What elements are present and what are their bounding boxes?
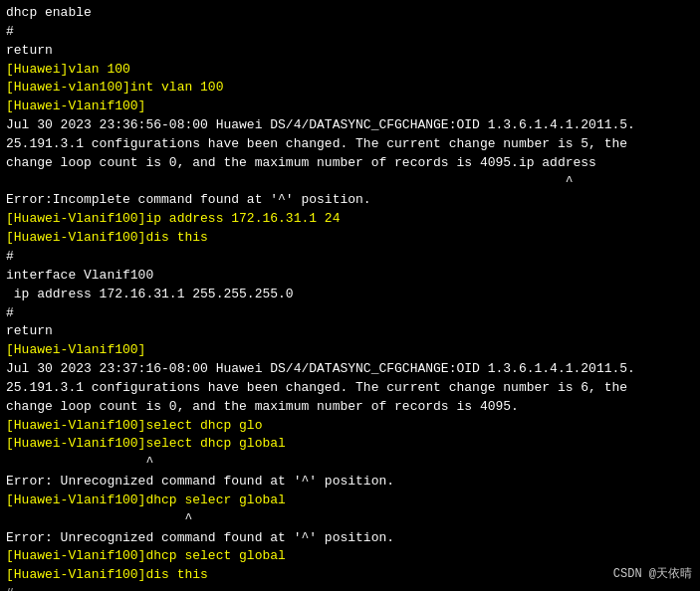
terminal-line: ^ bbox=[6, 173, 694, 192]
terminal-line: return bbox=[6, 42, 694, 61]
terminal-line: change loop count is 0, and the maximum … bbox=[6, 398, 694, 417]
terminal-line: ^ bbox=[6, 454, 694, 473]
terminal-line: [Huawei-Vlanif100]dis this bbox=[6, 229, 694, 248]
terminal-line: return bbox=[6, 322, 694, 341]
terminal-line: Error: Unrecognized command found at '^'… bbox=[6, 529, 694, 548]
terminal: dhcp enable#return[Huawei]vlan 100[Huawe… bbox=[0, 0, 700, 591]
terminal-line: dhcp enable bbox=[6, 4, 694, 23]
terminal-line: # bbox=[6, 304, 694, 323]
terminal-line: [Huawei-Vlanif100]dhcp selecr global bbox=[6, 492, 694, 510]
terminal-line: ^ bbox=[6, 510, 694, 529]
terminal-line: Error:Incomplete command found at '^' po… bbox=[6, 191, 694, 210]
terminal-line: Jul 30 2023 23:37:16-08:00 Huawei DS/4/D… bbox=[6, 360, 694, 379]
watermark: CSDN @天依晴 bbox=[613, 566, 692, 583]
terminal-line: [Huawei-Vlanif100] bbox=[6, 98, 694, 116]
terminal-line: [Huawei-Vlanif100]dis this bbox=[6, 566, 694, 585]
terminal-line: # bbox=[6, 23, 694, 42]
terminal-line: [Huawei-Vlanif100]select dhcp global bbox=[6, 435, 694, 454]
terminal-line: [Huawei-Vlanif100]dhcp select global bbox=[6, 547, 694, 566]
terminal-line: ip address 172.16.31.1 255.255.255.0 bbox=[6, 286, 694, 304]
terminal-line: Jul 30 2023 23:36:56-08:00 Huawei DS/4/D… bbox=[6, 116, 694, 135]
terminal-line: [Huawei-Vlanif100]ip address 172.16.31.1… bbox=[6, 210, 694, 229]
terminal-line: change loop count is 0, and the maximum … bbox=[6, 154, 694, 173]
terminal-line: # bbox=[6, 585, 694, 591]
terminal-line: [Huawei-Vlanif100]select dhcp glo bbox=[6, 417, 694, 436]
terminal-line: 25.191.3.1 configurations have been chan… bbox=[6, 135, 694, 154]
terminal-line: # bbox=[6, 248, 694, 267]
terminal-line: [Huawei-vlan100]int vlan 100 bbox=[6, 79, 694, 98]
terminal-line: [Huawei]vlan 100 bbox=[6, 61, 694, 80]
terminal-line: interface Vlanif100 bbox=[6, 267, 694, 286]
terminal-line: Error: Unrecognized command found at '^'… bbox=[6, 473, 694, 492]
terminal-line: [Huawei-Vlanif100] bbox=[6, 341, 694, 360]
terminal-line: 25.191.3.1 configurations have been chan… bbox=[6, 379, 694, 398]
